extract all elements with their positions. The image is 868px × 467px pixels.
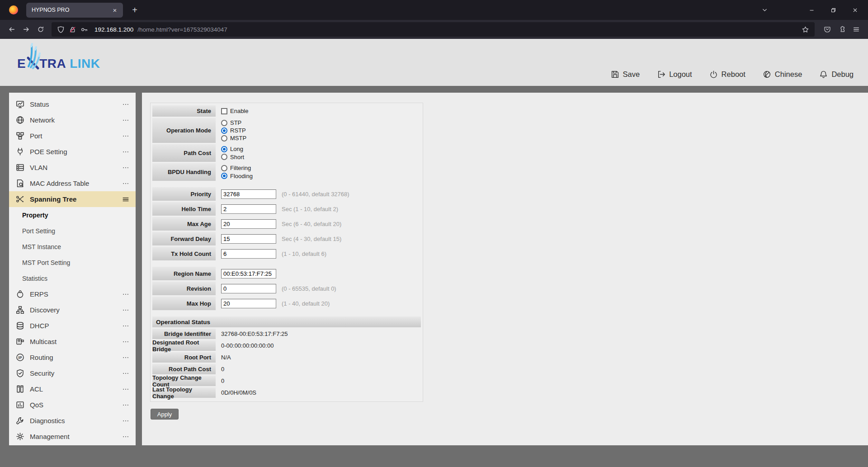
save-button[interactable]: Save <box>611 70 640 79</box>
extensions-icon[interactable] <box>835 23 849 36</box>
chinese-button[interactable]: Chinese <box>763 70 802 79</box>
sidebar-item-vlan[interactable]: VLAN <box>9 160 136 175</box>
status-label: Topology Change Count <box>152 376 216 386</box>
window-close-button[interactable] <box>847 4 863 16</box>
sidebar-item-port[interactable]: Port <box>9 128 136 144</box>
form-label: Hello Time <box>152 202 216 216</box>
browser-tab-bar: HYPNOS PRO × + <box>0 0 868 20</box>
tab-list-chevron-icon[interactable] <box>758 4 771 16</box>
path-cost-option-short[interactable]: Short <box>221 154 244 161</box>
max-hop-input[interactable] <box>221 299 276 308</box>
max-age-input[interactable] <box>221 219 276 229</box>
radio-checked-icon[interactable] <box>221 146 227 152</box>
sidebar-item-qos[interactable]: QoS <box>9 397 136 413</box>
sidebar-item-label: Multicast <box>30 338 122 345</box>
form-label: Region Name <box>152 267 216 280</box>
svg-text:IP: IP <box>19 355 22 360</box>
radio-unchecked-icon[interactable] <box>221 154 227 160</box>
radio-checked-icon[interactable] <box>221 173 227 179</box>
url-bar[interactable]: 192.168.1.200/home.html?ver=167532903404… <box>52 22 815 37</box>
status-label: Root Path Cost <box>152 364 216 374</box>
revision-input[interactable] <box>221 284 276 293</box>
pocket-icon[interactable] <box>820 23 835 36</box>
menu-icon[interactable] <box>849 23 863 36</box>
new-tab-button[interactable]: + <box>128 4 141 16</box>
operation-mode-option-stp[interactable]: STP <box>221 119 241 126</box>
bookmark-star-icon[interactable] <box>802 26 809 33</box>
sidebar-item-acl[interactable]: ACL <box>9 381 136 397</box>
radio-checked-icon[interactable] <box>221 127 227 134</box>
bridge-identifiter-value: 32768-00:E0:53:17:F7:25 <box>221 330 288 337</box>
form-control: (1 - 40, default 20) <box>217 297 421 310</box>
logout-button[interactable]: Logout <box>657 70 692 79</box>
hello-time-input[interactable] <box>221 204 276 214</box>
sidebar-item-spanning-tree[interactable]: Spanning Tree <box>9 191 136 207</box>
back-icon[interactable] <box>5 23 19 36</box>
window-restore-button[interactable] <box>826 4 841 16</box>
radio-unchecked-icon[interactable] <box>221 120 227 126</box>
reload-icon[interactable] <box>33 23 48 36</box>
shield-icon[interactable] <box>57 26 65 33</box>
status-value-cell: 0-00:00:00:00:00:00 <box>217 340 421 351</box>
sidebar-item-label: VLAN <box>30 164 122 171</box>
bpdu-handling-option-filtering[interactable]: Filtering <box>221 165 251 172</box>
sidebar-subitem-port-setting[interactable]: Port Setting <box>9 223 136 239</box>
sidebar-item-dhcp[interactable]: DHCP <box>9 318 136 334</box>
status-row-topology-change-count: Topology Change Count0 <box>152 376 421 386</box>
sidebar-item-network[interactable]: Network <box>9 112 136 128</box>
sidebar-subitem-property[interactable]: Property <box>9 207 136 223</box>
form-control: Sec (1 - 10, default 2) <box>217 202 421 216</box>
sidebar-item-poe-setting[interactable]: POE Setting <box>9 144 136 160</box>
submenu-open-icon <box>122 196 129 203</box>
browser-nav-bar: 192.168.1.200/home.html?ver=167532903404… <box>0 20 868 39</box>
radio-unchecked-icon[interactable] <box>221 165 227 171</box>
form-row-operation-mode: Operation ModeSTPRSTPMSTP <box>152 118 421 143</box>
radio-unchecked-icon[interactable] <box>221 135 227 142</box>
status-label: Root Port <box>152 352 216 363</box>
path-cost-option-long[interactable]: Long <box>221 146 243 153</box>
checkbox-unchecked-icon[interactable] <box>221 108 227 114</box>
bpdu-handling-option-flooding[interactable]: Flooding <box>221 173 253 180</box>
sidebar-item-label: Status <box>30 100 122 108</box>
form-row-tx-hold-count: Tx Hold Count(1 - 10, default 6) <box>152 247 421 260</box>
region-name-input[interactable] <box>221 269 276 278</box>
app-root: HYPNOS PRO × + <box>0 0 868 467</box>
sidebar-item-erps[interactable]: ERPS <box>9 286 136 302</box>
vlan-icon <box>16 163 24 172</box>
sidebar-item-management[interactable]: Management <box>9 429 136 444</box>
dhcp-icon <box>16 321 24 330</box>
sidebar-item-diagnostics[interactable]: Diagnostics <box>9 413 136 429</box>
tab-close-icon[interactable]: × <box>110 5 119 14</box>
form-row-forward-delay: Forward DelaySec (4 - 30, default 15) <box>152 232 421 245</box>
sidebar-item-status[interactable]: Status <box>9 96 136 112</box>
option-label: Filtering <box>230 165 251 171</box>
form-control: (1 - 10, default 6) <box>217 247 421 260</box>
debug-button[interactable]: Debug <box>819 70 854 79</box>
sidebar-item-mac-address-table[interactable]: MAC Address Table <box>9 175 136 191</box>
more-icon <box>122 291 129 298</box>
tx-hold-count-input[interactable] <box>221 249 276 259</box>
operation-mode-option-rstp[interactable]: RSTP <box>221 127 246 134</box>
sidebar-subitem-statistics[interactable]: Statistics <box>9 270 136 286</box>
reboot-button[interactable]: Reboot <box>709 70 745 79</box>
sidebar-subitem-mst-instance[interactable]: MST Instance <box>9 239 136 255</box>
forward-icon[interactable] <box>19 23 33 36</box>
sidebar-item-security[interactable]: Security <box>9 365 136 381</box>
key-icon[interactable] <box>80 26 88 33</box>
root-port-value: N/A <box>221 354 231 361</box>
sidebar-item-multicast[interactable]: Multicast <box>9 334 136 349</box>
forward-delay-input[interactable] <box>221 234 276 244</box>
field-hint: (0 - 65535, default 0) <box>282 285 336 292</box>
lock-disabled-icon[interactable] <box>69 26 76 33</box>
window-minimize-button[interactable] <box>804 4 819 16</box>
apply-button[interactable]: Apply <box>151 409 179 420</box>
sidebar-item-discovery[interactable]: Discovery <box>9 302 136 318</box>
operation-mode-option-mstp[interactable]: MSTP <box>221 135 246 142</box>
priority-input[interactable] <box>221 189 276 199</box>
more-icon <box>122 338 129 345</box>
sidebar-subitem-mst-port-setting[interactable]: MST Port Setting <box>9 255 136 270</box>
state-option-enable[interactable]: Enable <box>221 107 248 115</box>
sidebar-item-routing[interactable]: IPRouting <box>9 349 136 365</box>
status-row-root-path-cost: Root Path Cost0 <box>152 364 421 374</box>
browser-tab[interactable]: HYPNOS PRO × <box>26 3 123 18</box>
